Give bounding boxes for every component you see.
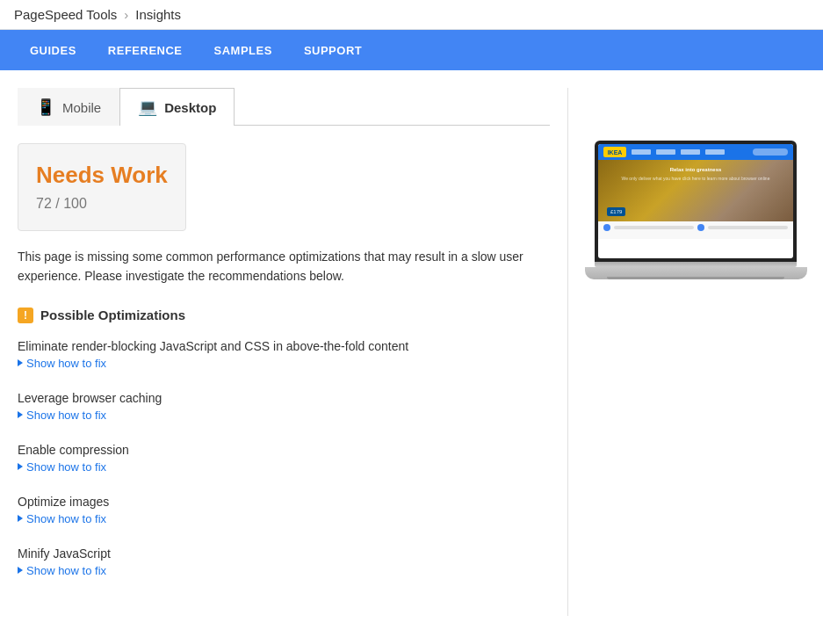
show-how-label-3: Show how to fix — [26, 512, 106, 525]
show-how-link-2[interactable]: Show how to fix — [18, 460, 550, 474]
opt-item-1: Leverage browser caching Show how to fix — [18, 391, 550, 422]
screen-nav-bar: IKEA — [598, 144, 793, 160]
nav-support[interactable]: SUPPORT — [288, 30, 378, 70]
nav-reference[interactable]: REFERENCE — [92, 30, 199, 70]
opt-title-2: Enable compression — [18, 443, 550, 457]
score-number: 72 / 100 — [36, 194, 168, 213]
left-panel: 📱 Mobile 💻 Desktop Needs Work 72 / 100 T… — [0, 88, 568, 616]
breadcrumb-bar: PageSpeed Tools › Insights — [0, 0, 823, 30]
right-panel: IKEA Relax into greatness We only delive… — [568, 88, 823, 616]
bottom-circle-1 — [603, 224, 610, 231]
nav-samples[interactable]: SAMPLES — [199, 30, 288, 70]
tab-bar: 📱 Mobile 💻 Desktop — [18, 88, 550, 126]
show-how-label-4: Show how to fix — [26, 564, 106, 577]
opt-item-4: Minify JavaScript Show how to fix — [18, 546, 550, 577]
breadcrumb-root[interactable]: PageSpeed Tools — [14, 7, 117, 22]
laptop-screen: IKEA Relax into greatness We only delive… — [595, 141, 797, 262]
laptop-mockup: IKEA Relax into greatness We only delive… — [595, 141, 797, 279]
hero-subtext: We only deliver what you have click here… — [598, 176, 793, 181]
score-max: 100 — [63, 196, 87, 211]
show-how-link-3[interactable]: Show how to fix — [18, 512, 550, 525]
laptop-base — [585, 267, 807, 279]
score-label: Needs Work — [36, 162, 168, 189]
screen-nav-items — [632, 149, 725, 155]
show-how-link-0[interactable]: Show how to fix — [18, 357, 550, 370]
show-how-label-0: Show how to fix — [26, 357, 106, 370]
bottom-bar-1 — [614, 226, 694, 229]
opt-title-0: Eliminate render-blocking JavaScript and… — [18, 339, 550, 353]
hero-title: Relax into greatness — [598, 167, 793, 172]
opt-item-0: Eliminate render-blocking JavaScript and… — [18, 339, 550, 370]
tab-mobile[interactable]: 📱 Mobile — [18, 88, 119, 126]
screen-nav-item-3 — [681, 149, 700, 155]
mobile-icon: 📱 — [36, 98, 55, 117]
content-area: 📱 Mobile 💻 Desktop Needs Work 72 / 100 T… — [0, 70, 823, 633]
tab-desktop-label: Desktop — [164, 100, 216, 115]
screen-nav-item-2 — [656, 149, 675, 155]
hero-price: £179 — [607, 207, 625, 216]
screen-search — [753, 148, 788, 156]
score-description: This page is missing some common perform… — [18, 247, 527, 286]
bottom-circle-2 — [697, 224, 704, 231]
desktop-icon: 💻 — [138, 98, 157, 117]
arrow-icon-1 — [18, 411, 23, 418]
tab-mobile-label: Mobile — [62, 100, 101, 115]
arrow-icon-4 — [18, 567, 23, 574]
opt-title-1: Leverage browser caching — [18, 391, 550, 405]
arrow-icon-3 — [18, 515, 23, 522]
section-title: Possible Optimizations — [40, 308, 185, 322]
breadcrumb-current: Insights — [135, 7, 181, 22]
show-how-label-2: Show how to fix — [26, 460, 106, 474]
show-how-link-1[interactable]: Show how to fix — [18, 409, 550, 422]
opt-item-3: Optimize images Show how to fix — [18, 495, 550, 525]
laptop-screen-inner: IKEA Relax into greatness We only delive… — [598, 144, 793, 258]
warning-icon: ! — [18, 308, 33, 323]
nav-guides[interactable]: GUIDES — [14, 30, 92, 70]
score-box: Needs Work 72 / 100 — [18, 143, 186, 231]
bottom-bar-2 — [708, 226, 788, 229]
arrow-icon-2 — [18, 463, 23, 470]
nav-bar: GUIDES REFERENCE SAMPLES SUPPORT — [0, 30, 823, 70]
opt-item-2: Enable compression Show how to fix — [18, 443, 550, 474]
score-value: 72 — [36, 196, 52, 211]
screen-logo: IKEA — [603, 147, 626, 157]
screen-nav-item-4 — [705, 149, 725, 155]
arrow-icon-0 — [18, 359, 23, 366]
optimizations-list: Eliminate render-blocking JavaScript and… — [18, 339, 550, 577]
score-separator: / — [52, 196, 63, 211]
opt-title-3: Optimize images — [18, 495, 550, 509]
screen-hero: Relax into greatness We only deliver wha… — [598, 160, 793, 221]
breadcrumb: PageSpeed Tools › Insights — [14, 7, 181, 22]
screen-nav-item-1 — [632, 149, 651, 155]
show-how-link-4[interactable]: Show how to fix — [18, 564, 550, 577]
tab-desktop[interactable]: 💻 Desktop — [119, 88, 235, 126]
optimizations-heading: ! Possible Optimizations — [18, 308, 550, 323]
screen-bottom — [598, 221, 793, 239]
show-how-label-1: Show how to fix — [26, 409, 106, 422]
breadcrumb-separator: › — [124, 7, 128, 22]
opt-title-4: Minify JavaScript — [18, 546, 550, 561]
